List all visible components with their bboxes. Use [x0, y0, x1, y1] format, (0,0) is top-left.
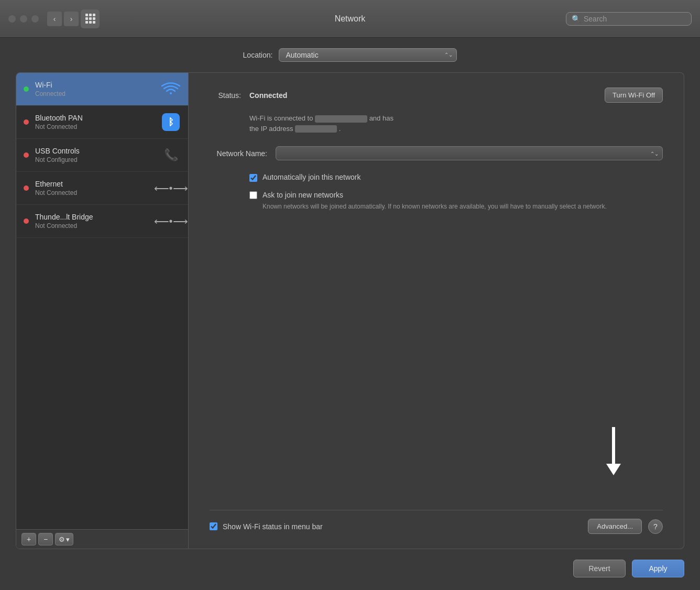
apply-button[interactable]: Apply	[632, 560, 684, 577]
thunderbolt-icon: ⟵•⟶	[161, 211, 181, 231]
sidebar: Wi-Fi Connected	[16, 72, 189, 549]
detail-bottom: Show Wi-Fi status in menu bar Advanced..…	[210, 510, 663, 534]
thunderbolt-status: Not Connected	[35, 222, 155, 230]
network-name-redacted	[315, 115, 367, 123]
bluetooth-status-dot	[24, 119, 29, 125]
remove-network-button[interactable]: −	[38, 533, 53, 545]
usb-icon: 📞	[161, 145, 181, 165]
ip-address-redacted	[295, 125, 337, 133]
auto-join-row: Automatically join this network	[249, 173, 663, 182]
search-bar[interactable]: 🔍	[566, 12, 692, 26]
search-icon: 🔍	[572, 15, 581, 23]
close-button[interactable]	[8, 15, 16, 23]
back-button[interactable]: ‹	[47, 12, 62, 26]
show-wifi-row: Show Wi-Fi status in menu bar	[210, 522, 588, 531]
gear-chevron-icon: ▾	[66, 536, 70, 543]
sidebar-item-thunderbolt-bridge[interactable]: Thunde...lt Bridge Not Connected ⟵•⟶	[16, 205, 188, 238]
traffic-lights	[8, 15, 39, 23]
ask-join-checkbox[interactable]	[249, 191, 257, 199]
detail-panel: Status: Connected Turn Wi-Fi Off Wi-Fi i…	[189, 72, 684, 549]
arrow-head	[606, 464, 621, 475]
auto-join-label: Automatically join this network	[262, 173, 361, 181]
add-network-button[interactable]: +	[21, 533, 36, 545]
location-row: Location: Automatic	[16, 48, 684, 62]
arrow-shaft	[612, 427, 615, 464]
network-name-row: Network Name:	[210, 146, 663, 160]
bluetooth-pan-name: Bluetooth PAN	[35, 114, 155, 122]
sidebar-toolbar: + − ⚙ ▾	[16, 529, 188, 549]
gear-button[interactable]: ⚙ ▾	[55, 533, 73, 545]
bluetooth-icon: ᛒ	[161, 112, 181, 132]
grid-dots-icon	[85, 14, 95, 24]
window-title: Network	[335, 14, 366, 24]
usb-controls-name: USB Controls	[35, 147, 155, 155]
thunderbolt-status-dot	[24, 218, 29, 224]
sidebar-item-ethernet[interactable]: Ethernet Not Connected ⟵•⟶	[16, 172, 188, 205]
wifi-name: Wi-Fi	[35, 81, 155, 89]
gear-icon: ⚙	[59, 536, 65, 543]
status-row: Status: Connected Turn Wi-Fi Off	[210, 88, 663, 103]
sidebar-item-wifi[interactable]: Wi-Fi Connected	[16, 73, 188, 106]
nav-buttons: ‹ ›	[47, 12, 79, 26]
usb-status-dot	[24, 152, 29, 158]
sidebar-list: Wi-Fi Connected	[16, 73, 188, 529]
location-label: Location:	[243, 51, 273, 59]
help-button[interactable]: ?	[648, 519, 663, 534]
status-value: Connected	[249, 91, 596, 100]
footer: Revert Apply	[0, 549, 700, 590]
arrow-indicator	[606, 427, 621, 475]
turn-wifi-off-button[interactable]: Turn Wi-Fi Off	[605, 88, 663, 103]
network-name-select-wrap	[276, 146, 663, 160]
advanced-button[interactable]: Advanced...	[588, 519, 642, 534]
sidebar-item-bluetooth-pan[interactable]: Bluetooth PAN Not Connected ᛒ	[16, 106, 188, 139]
revert-button[interactable]: Revert	[573, 560, 626, 577]
auto-join-checkbox[interactable]	[249, 174, 257, 182]
sidebar-item-usb-controls[interactable]: USB Controls Not Configured 📞	[16, 139, 188, 172]
network-name-select[interactable]	[276, 146, 663, 160]
body-area: Wi-Fi Connected	[16, 72, 684, 549]
ethernet-status-dot	[24, 185, 29, 191]
network-name-label: Network Name:	[210, 149, 267, 158]
thunderbolt-name: Thunde...lt Bridge	[35, 213, 155, 221]
zoom-button[interactable]	[31, 15, 39, 23]
wifi-icon	[161, 79, 181, 99]
ethernet-name: Ethernet	[35, 180, 155, 188]
bluetooth-pan-status: Not Connected	[35, 123, 155, 130]
grid-button[interactable]	[81, 9, 100, 28]
ask-join-row: Ask to join new networks Known networks …	[249, 190, 663, 211]
usb-controls-status: Not Configured	[35, 156, 155, 163]
ask-join-label: Ask to join new networks	[262, 191, 343, 199]
show-wifi-checkbox[interactable]	[210, 522, 217, 530]
search-input[interactable]	[584, 15, 686, 23]
wifi-description: Wi-Fi is connected to and has the IP add…	[249, 113, 663, 134]
forward-button[interactable]: ›	[64, 12, 79, 26]
wifi-status-dot	[24, 86, 29, 92]
show-wifi-label: Show Wi-Fi status in menu bar	[223, 522, 323, 531]
ethernet-status: Not Connected	[35, 189, 155, 196]
wifi-status: Connected	[35, 90, 155, 97]
location-select[interactable]: Automatic	[279, 48, 457, 62]
main-content: Location: Automatic Wi-Fi Connected	[0, 38, 700, 549]
minimize-button[interactable]	[20, 15, 27, 23]
status-label: Status:	[210, 91, 241, 100]
ethernet-icon: ⟵•⟶	[161, 178, 181, 198]
ask-join-desc: Known networks will be joined automatica…	[262, 202, 607, 211]
location-select-wrap: Automatic	[279, 48, 457, 62]
titlebar: ‹ › Network 🔍	[0, 0, 700, 38]
